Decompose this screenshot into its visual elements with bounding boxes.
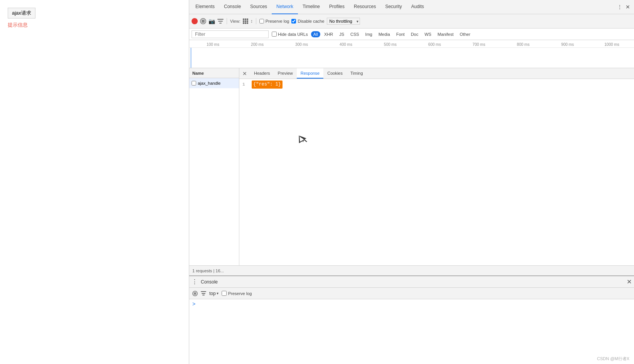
tab-resources[interactable]: Resources bbox=[349, 0, 380, 14]
console-stop-inner bbox=[194, 292, 196, 295]
request-list: Name ajax_handle bbox=[189, 68, 239, 265]
filter-line-3 bbox=[219, 23, 222, 23]
hint-text: 提示信息 bbox=[8, 22, 181, 29]
ruler-line bbox=[191, 48, 191, 68]
list-icon bbox=[243, 18, 248, 24]
filter-tag-other[interactable]: Other bbox=[457, 31, 473, 37]
tab-sources[interactable]: Sources bbox=[246, 0, 272, 14]
throttle-select[interactable]: No throttling bbox=[327, 18, 360, 25]
top-selector[interactable]: top ▾ bbox=[209, 291, 219, 296]
preserve-log-label[interactable]: Preserve log bbox=[259, 19, 289, 23]
table-row[interactable]: ajax_handle bbox=[189, 78, 239, 88]
network-toolbar: 📷 View: ↕ Preserve log Disable cache bbox=[189, 14, 634, 29]
console-body: > bbox=[189, 299, 634, 364]
devtools-icons: ⋮ ✕ bbox=[617, 4, 632, 10]
filter-tag-ws[interactable]: WS bbox=[422, 31, 434, 37]
ruler-mark-600: 600 ms bbox=[412, 42, 457, 47]
devtools-panel: Elements Console Sources Network Timelin… bbox=[189, 0, 634, 364]
close-devtools-icon[interactable]: ✕ bbox=[626, 4, 630, 10]
console-more-icon[interactable]: ⋮ bbox=[192, 278, 198, 285]
request-checkbox[interactable] bbox=[192, 81, 196, 86]
view-list-button[interactable] bbox=[243, 18, 248, 24]
response-tab-bar: ✕ Headers Preview Response Cookies Timin… bbox=[239, 68, 634, 79]
ruler-mark-700: 700 ms bbox=[457, 42, 501, 47]
request-name: ajax_handle bbox=[198, 81, 220, 86]
page-area: ajax请求 提示信息 bbox=[0, 0, 189, 364]
devtools-tab-bar: Elements Console Sources Network Timelin… bbox=[189, 0, 634, 14]
console-preserve-log-label[interactable]: Preserve log bbox=[222, 291, 252, 296]
ruler-mark-1000: 1000 ms bbox=[590, 42, 634, 47]
filter-tag-media[interactable]: Media bbox=[376, 31, 392, 37]
filter-tag-font[interactable]: Font bbox=[394, 31, 407, 37]
record-button[interactable] bbox=[192, 18, 198, 24]
top-text: top bbox=[209, 291, 216, 296]
filter-tag-all[interactable]: All bbox=[311, 31, 320, 37]
filter-tag-manifest[interactable]: Manifest bbox=[435, 31, 456, 37]
stop-button[interactable] bbox=[200, 18, 206, 24]
filter-input[interactable] bbox=[192, 30, 269, 38]
preserve-log-checkbox[interactable] bbox=[259, 19, 264, 23]
network-main: 100 ms 200 ms 300 ms 400 ms 500 ms 600 m… bbox=[189, 40, 634, 275]
ruler-body bbox=[189, 48, 634, 68]
network-split: Name ajax_handle ✕ Headers Preview Respo… bbox=[189, 68, 634, 265]
tab-elements[interactable]: Elements bbox=[191, 0, 219, 14]
filter-tag-doc[interactable]: Doc bbox=[409, 31, 421, 37]
console-filter-icon[interactable] bbox=[201, 291, 206, 295]
top-dropdown-arrow: ▾ bbox=[217, 291, 219, 295]
ruler-mark-100: 100 ms bbox=[191, 42, 235, 47]
console-stop-button[interactable] bbox=[192, 291, 198, 296]
tab-profiles[interactable]: Profiles bbox=[325, 0, 349, 14]
camera-icon[interactable]: 📷 bbox=[209, 18, 215, 24]
console-title: Console bbox=[201, 279, 218, 285]
timeline-ruler: 100 ms 200 ms 300 ms 400 ms 500 ms 600 m… bbox=[189, 40, 634, 68]
tab-headers[interactable]: Headers bbox=[250, 68, 274, 79]
tab-console[interactable]: Console bbox=[219, 0, 246, 14]
tab-timing[interactable]: Timing bbox=[346, 68, 367, 79]
watermark: CSDN @M行者X bbox=[597, 356, 629, 362]
hide-data-urls-label[interactable]: Hide data URLs bbox=[272, 32, 308, 37]
ruler-marks: 100 ms 200 ms 300 ms 400 ms 500 ms 600 m… bbox=[189, 40, 634, 48]
ruler-mark-800: 800 ms bbox=[501, 42, 545, 47]
disable-cache-label[interactable]: Disable cache bbox=[291, 19, 324, 23]
tab-security[interactable]: Security bbox=[380, 0, 406, 14]
network-status-bar: 1 requests | 16... bbox=[189, 265, 634, 275]
console-header: ⋮ Console ✕ bbox=[189, 276, 634, 288]
console-preserve-log-checkbox[interactable] bbox=[222, 291, 227, 296]
more-icon[interactable]: ⋮ bbox=[617, 4, 622, 10]
line-number: 1 bbox=[242, 81, 249, 88]
tab-cookies[interactable]: Cookies bbox=[323, 68, 346, 79]
request-list-header: Name bbox=[189, 68, 239, 78]
tab-preview[interactable]: Preview bbox=[274, 68, 297, 79]
filter-icon[interactable] bbox=[217, 19, 224, 23]
filter-tag-css[interactable]: CSS bbox=[348, 31, 362, 37]
tab-network[interactable]: Network bbox=[272, 0, 298, 14]
tab-timeline[interactable]: Timeline bbox=[298, 0, 325, 14]
console-prompt: > bbox=[192, 301, 631, 307]
ruler-mark-300: 300 ms bbox=[279, 42, 324, 47]
console-filter-line-2 bbox=[202, 293, 205, 294]
divider bbox=[227, 18, 227, 24]
console-filter-line-1 bbox=[201, 291, 206, 292]
console-section: ⋮ Console ✕ top ▾ Preserve log bbox=[189, 275, 634, 364]
close-response-button[interactable]: ✕ bbox=[239, 68, 250, 79]
filter-bar: Hide data URLs All XHR JS CSS Img Media … bbox=[189, 29, 634, 40]
flame-icon: ↕ bbox=[251, 18, 253, 24]
hide-data-urls-checkbox[interactable] bbox=[272, 32, 277, 37]
console-close-button[interactable]: ✕ bbox=[627, 278, 632, 285]
filter-tag-js[interactable]: JS bbox=[337, 31, 346, 37]
tab-response[interactable]: Response bbox=[297, 68, 324, 79]
view-flame-button[interactable]: ↕ bbox=[251, 18, 253, 24]
console-prompt-arrow: > bbox=[192, 301, 195, 307]
filter-tag-xhr[interactable]: XHR bbox=[322, 31, 335, 37]
throttle-wrapper: No throttling bbox=[327, 18, 360, 25]
response-line-1: 1 {"res": 1} bbox=[242, 81, 631, 89]
ajax-button[interactable]: ajax请求 bbox=[8, 8, 35, 18]
tab-audits[interactable]: Audits bbox=[407, 0, 429, 14]
ruler-mark-200: 200 ms bbox=[235, 42, 279, 47]
filter-line-1 bbox=[217, 19, 224, 20]
disable-cache-checkbox[interactable] bbox=[291, 19, 296, 23]
ruler-mark-400: 400 ms bbox=[324, 42, 368, 47]
console-preserve-log-text: Preserve log bbox=[228, 291, 252, 296]
filter-tag-img[interactable]: Img bbox=[363, 31, 375, 37]
filter-line-2 bbox=[218, 21, 222, 22]
